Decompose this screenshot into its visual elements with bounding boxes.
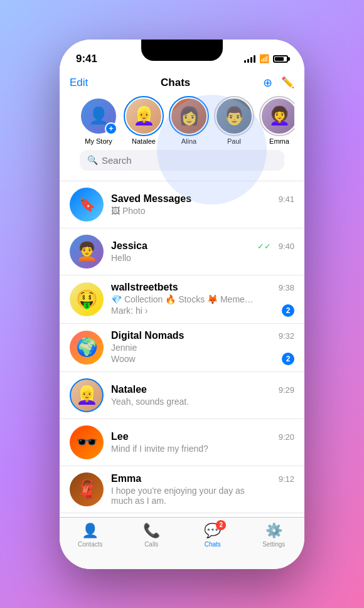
status-time: 9:41	[76, 53, 97, 65]
search-input[interactable]	[102, 155, 277, 166]
chat-item-natalee[interactable]: 👱‍♀️ Natalee 9:29 Yeah, sounds great.	[60, 372, 304, 419]
settings-icon: ⚙️	[265, 523, 282, 539]
chats-title: Chats	[161, 77, 190, 89]
bookmark-icon: 🔖	[78, 196, 95, 213]
chat-preview-jessica: Hello	[111, 253, 255, 263]
emma-chat-avatar: 🧣	[70, 472, 104, 506]
chat-preview-nomads-2: Woow	[111, 354, 136, 364]
story-ring-natalee	[124, 96, 164, 136]
chat-name-saved: Saved Messages	[111, 193, 191, 205]
story-name-natalee: Natalee	[132, 137, 156, 145]
chat-item-jessica[interactable]: 🧑‍🦱 Jessica ✓✓ 9:40 Hello	[60, 228, 304, 275]
story-name-alina: Alina	[181, 137, 196, 145]
contacts-icon: 👤	[82, 523, 99, 539]
notch	[141, 40, 223, 61]
story-item-alina[interactable]: 👩 Alina	[170, 97, 208, 145]
chat-item-wallstreetbets[interactable]: 🤑 wallstreetbets 9:38 💎 Collection 🔥 Sto…	[60, 275, 304, 324]
emma-body: Emma 9:12 I hope you're enjoying your da…	[111, 473, 294, 506]
chat-time-emma: 9:12	[279, 474, 294, 484]
chat-name-wallstreet: wallstreetbets	[111, 282, 178, 293]
chat-time-lee: 9:20	[279, 432, 294, 442]
jessica-body: Jessica ✓✓ 9:40 Hello	[111, 240, 294, 263]
chat-name-emma: Emma	[111, 473, 141, 484]
story-item-emma[interactable]: 👩‍🦱 Emma	[260, 97, 294, 145]
chat-name-natalee: Natalee	[111, 384, 147, 395]
wifi-icon: 📶	[259, 54, 269, 63]
signal-bars-icon	[244, 55, 255, 63]
status-icons: 📶	[244, 54, 288, 63]
natalee-body: Natalee 9:29 Yeah, sounds great.	[111, 384, 294, 407]
calls-icon: 📞	[143, 523, 160, 539]
tab-chats[interactable]: 💬 2 Chats	[182, 523, 244, 548]
jessica-avatar: 🧑‍🦱	[70, 235, 104, 269]
compose-button[interactable]: ✏️	[281, 76, 294, 89]
chat-time-saved: 9:41	[279, 195, 294, 204]
header-action-icons: ⊕ ✏️	[263, 76, 294, 90]
story-ring-emma	[259, 96, 294, 136]
chat-item-emma[interactable]: 🧣 Emma 9:12 I hope you're enjoying your …	[60, 466, 304, 513]
story-name-emma: Emma	[269, 137, 289, 145]
chat-time-natalee: 9:29	[279, 385, 294, 395]
lee-body: Lee 9:20 Mind if I invite my friend?	[111, 431, 294, 454]
header: Edit Chats ⊕ ✏️ 👤 + My Story	[60, 73, 304, 181]
chat-preview-emma: I hope you're enjoying your day as much …	[111, 486, 255, 506]
chat-preview-wallstreet-2: Mark: hi ›	[111, 306, 147, 316]
natalee-chat-avatar: 👱‍♀️	[70, 378, 104, 412]
tab-label-contacts: Contacts	[78, 541, 102, 548]
chat-list: 🔖 Saved Messages 9:41 🖼 Photo 🧑‍🦱 Jessic…	[60, 181, 304, 528]
search-icon: 🔍	[87, 155, 98, 165]
lee-avatar: 🕶️	[70, 425, 104, 459]
tab-contacts[interactable]: 👤 Contacts	[60, 523, 121, 548]
chat-preview-wallstreet-1: 💎 Collection 🔥 Stocks 🦊 Memes...	[111, 294, 255, 304]
search-bar[interactable]: 🔍	[80, 150, 284, 171]
header-nav: Edit Chats ⊕ ✏️	[70, 73, 294, 95]
story-name-paul: Paul	[227, 137, 241, 145]
chat-name-lee: Lee	[111, 431, 129, 442]
tab-settings[interactable]: ⚙️ Settings	[244, 523, 305, 548]
chat-time-wallstreet: 9:38	[279, 283, 294, 292]
chat-preview-natalee: Yeah, sounds great.	[111, 397, 255, 407]
wallstreet-body: wallstreetbets 9:38 💎 Collection 🔥 Stock…	[111, 282, 294, 317]
story-item-natalee[interactable]: 👱‍♀️ Natalee	[125, 97, 163, 145]
stories-container: 👤 + My Story 👱‍♀️ Natalee	[70, 95, 294, 150]
add-story-badge: +	[105, 122, 117, 135]
chat-item-digital-nomads[interactable]: 🌍 Digital Nomads 9:32 Jennie Woow 2	[60, 324, 304, 372]
chat-time-nomads: 9:32	[279, 331, 294, 341]
chats-tab-badge: 2	[216, 520, 226, 530]
new-group-button[interactable]: ⊕	[263, 76, 272, 90]
chat-item-saved-messages[interactable]: 🔖 Saved Messages 9:41 🖼 Photo	[60, 181, 304, 228]
tab-bar: 👤 Contacts 📞 Calls 💬 2 Chats ⚙️ Settings	[60, 517, 304, 569]
chat-item-lee[interactable]: 🕶️ Lee 9:20 Mind if I invite my friend?	[60, 419, 304, 466]
tab-label-chats: Chats	[205, 541, 221, 548]
chat-preview-lee: Mind if I invite my friend?	[111, 444, 255, 454]
saved-messages-body: Saved Messages 9:41 🖼 Photo	[111, 193, 294, 216]
saved-messages-avatar: 🔖	[70, 188, 104, 221]
story-ring-alina	[169, 96, 209, 136]
nomads-avatar: 🌍	[70, 331, 104, 365]
read-check-jessica: ✓✓	[257, 242, 271, 251]
story-ring-paul	[214, 96, 254, 136]
chat-name-nomads: Digital Nomads	[111, 330, 184, 341]
edit-button[interactable]: Edit	[70, 77, 88, 89]
tab-label-calls: Calls	[144, 541, 158, 548]
badge-nomads: 2	[282, 353, 294, 365]
battery-icon	[273, 55, 288, 63]
chat-name-jessica: Jessica	[111, 240, 147, 252]
chat-preview-saved: 🖼 Photo	[111, 206, 255, 216]
tab-calls[interactable]: 📞 Calls	[121, 523, 183, 548]
nomads-body: Digital Nomads 9:32 Jennie Woow 2	[111, 330, 294, 365]
story-item-paul[interactable]: 👨 Paul	[215, 97, 253, 145]
wallstreet-avatar: 🤑	[70, 282, 104, 316]
story-name-my-story: My Story	[85, 137, 112, 145]
tab-label-settings: Settings	[262, 541, 285, 548]
phone-frame: 9:41 📶 Edit Chats ⊕ ✏️	[60, 40, 304, 569]
chat-preview-nomads-1: Jennie	[111, 343, 255, 353]
chat-time-jessica: 9:40	[279, 242, 294, 251]
story-item-my-story[interactable]: 👤 + My Story	[80, 97, 117, 145]
badge-wallstreet: 2	[282, 304, 294, 317]
